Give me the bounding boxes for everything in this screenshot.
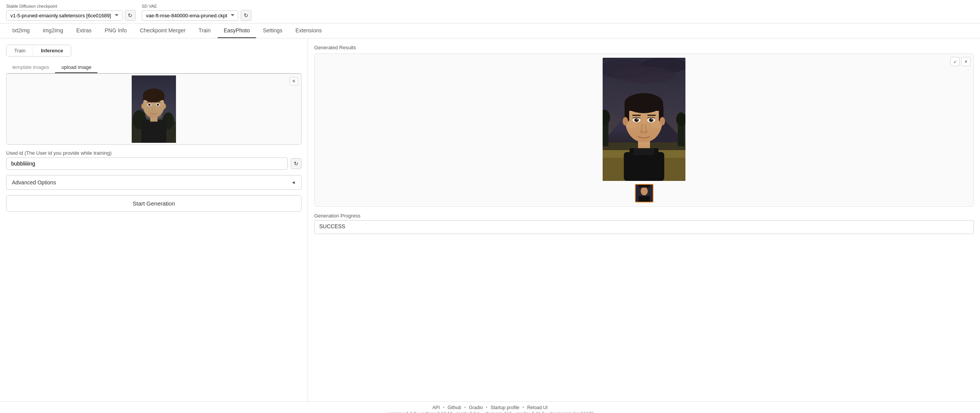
- top-bar: Stable Diffusion checkpoint v1-5-pruned-…: [0, 0, 980, 23]
- vae-section: SD VAE vae-ft-mse-840000-ema-pruned.ckpt…: [142, 4, 251, 21]
- tab-template-images[interactable]: template images: [6, 62, 55, 73]
- vae-control: vae-ft-mse-840000-ema-pruned.ckpt ↻: [142, 10, 251, 21]
- svg-rect-55: [633, 148, 654, 155]
- upload-section: template images upload image: [6, 62, 302, 145]
- svg-point-16: [141, 104, 144, 109]
- footer-api-link[interactable]: API: [432, 405, 440, 410]
- footer-dot-1: •: [443, 405, 444, 410]
- user-id-row: ↻: [6, 157, 302, 170]
- user-id-refresh-btn[interactable]: ↻: [291, 158, 302, 169]
- checkpoint-refresh-btn[interactable]: ↻: [125, 10, 136, 21]
- chevron-left-icon: ◄: [291, 180, 296, 185]
- svg-point-17: [163, 104, 166, 109]
- refresh-icon-3: ↻: [294, 161, 298, 167]
- svg-point-48: [652, 119, 653, 120]
- footer-dot-2: •: [464, 405, 466, 410]
- footer-version-info: version: v1.6.0 • python: 3.10.12 • torc…: [6, 411, 974, 413]
- svg-point-13: [149, 104, 150, 105]
- footer-reload-ui-link[interactable]: Reload UI: [527, 405, 548, 410]
- generated-results-section: Generated Results ↙ ✕: [314, 45, 974, 207]
- user-id-label: Used id (The User id you provide while t…: [6, 150, 302, 156]
- vae-dropdown[interactable]: vae-ft-mse-840000-ema-pruned.ckpt: [142, 10, 238, 21]
- checkpoint-control: v1-5-pruned-emaonly.safetensors [6ce0168…: [6, 10, 136, 21]
- svg-point-15: [145, 113, 162, 119]
- footer: API • Github • Gradio • Startup profile …: [0, 401, 980, 413]
- sub-tab-inference[interactable]: Inference: [33, 45, 71, 56]
- left-panel: Train Inference template images upload i…: [0, 38, 308, 401]
- user-id-section: Used id (The User id you provide while t…: [6, 150, 302, 170]
- tab-txt2img[interactable]: txt2img: [6, 23, 36, 38]
- svg-rect-4: [141, 120, 166, 143]
- refresh-icon-2: ↻: [244, 12, 248, 18]
- user-id-input[interactable]: [6, 157, 288, 170]
- uploaded-portrait: [132, 75, 176, 143]
- close-image-btn[interactable]: ✕: [290, 77, 298, 85]
- svg-rect-50: [647, 115, 656, 116]
- tab-checkpoint-merger[interactable]: Checkpoint Merger: [134, 23, 191, 38]
- checkpoint-label: Stable Diffusion checkpoint: [6, 4, 136, 8]
- svg-point-51: [640, 131, 643, 134]
- svg-point-21: [614, 67, 676, 84]
- footer-links: API • Github • Gradio • Startup profile …: [6, 405, 974, 410]
- svg-rect-36: [625, 103, 663, 111]
- tab-easyphoto[interactable]: EasyPhoto: [218, 23, 256, 38]
- thumbnail-strip: [635, 184, 653, 202]
- thumbnail-1[interactable]: [635, 184, 653, 202]
- main-content: Train Inference template images upload i…: [0, 38, 980, 401]
- save-gen-image-btn[interactable]: ↙: [950, 57, 960, 66]
- svg-rect-8: [143, 95, 164, 100]
- advanced-options-row[interactable]: Advanced Options ◄: [6, 175, 302, 190]
- svg-rect-59: [638, 185, 650, 187]
- checkpoint-section: Stable Diffusion checkpoint v1-5-pruned-…: [6, 4, 136, 21]
- svg-point-14: [157, 104, 159, 105]
- svg-rect-49: [632, 115, 641, 116]
- tab-train[interactable]: Train: [193, 23, 217, 38]
- close-gen-image-btn[interactable]: ✕: [961, 57, 970, 66]
- footer-dot-3: •: [486, 405, 487, 410]
- start-generation-btn[interactable]: Start Generation: [6, 195, 302, 212]
- footer-gradio-link[interactable]: Gradio: [469, 405, 483, 410]
- tab-extras[interactable]: Extras: [70, 23, 98, 38]
- generation-status-text: SUCCESS: [314, 220, 974, 234]
- image-upload-area[interactable]: ✕: [6, 74, 302, 145]
- sub-tabs: Train Inference: [6, 45, 71, 57]
- right-panel: Generated Results ↙ ✕: [308, 38, 980, 401]
- sub-tab-train[interactable]: Train: [7, 45, 33, 56]
- svg-point-57: [640, 187, 647, 196]
- footer-github-link[interactable]: Github: [447, 405, 461, 410]
- tab-extensions[interactable]: Extensions: [289, 23, 328, 38]
- svg-rect-58: [638, 196, 650, 202]
- gen-image-toolbar: ↙ ✕: [950, 57, 970, 66]
- svg-point-52: [644, 131, 648, 134]
- footer-dot-4: •: [523, 405, 524, 410]
- tab-img2img[interactable]: img2img: [37, 23, 69, 38]
- generated-image-area: ↙ ✕: [314, 54, 974, 207]
- refresh-icon: ↻: [128, 12, 132, 18]
- footer-startup-profile-link[interactable]: Startup profile: [491, 405, 519, 410]
- svg-point-47: [637, 119, 638, 120]
- progress-section: Generation Progress SUCCESS: [314, 213, 974, 234]
- generation-progress-label: Generation Progress: [314, 213, 974, 219]
- vae-refresh-btn[interactable]: ↻: [241, 10, 251, 21]
- generated-portrait: [603, 58, 685, 181]
- advanced-options-label: Advanced Options: [12, 179, 56, 186]
- tab-png-info[interactable]: PNG Info: [99, 23, 133, 38]
- svg-point-53: [626, 122, 637, 128]
- svg-point-54: [651, 122, 662, 128]
- nav-tabs: txt2img img2img Extras PNG Info Checkpoi…: [0, 23, 980, 38]
- tab-upload-image[interactable]: upload image: [55, 62, 97, 73]
- vae-label: SD VAE: [142, 4, 251, 8]
- checkpoint-dropdown[interactable]: v1-5-pruned-emaonly.safetensors [6ce0168…: [6, 10, 122, 21]
- generated-results-label: Generated Results: [314, 45, 974, 50]
- upload-tabs: template images upload image: [6, 62, 302, 74]
- tab-settings[interactable]: Settings: [257, 23, 289, 38]
